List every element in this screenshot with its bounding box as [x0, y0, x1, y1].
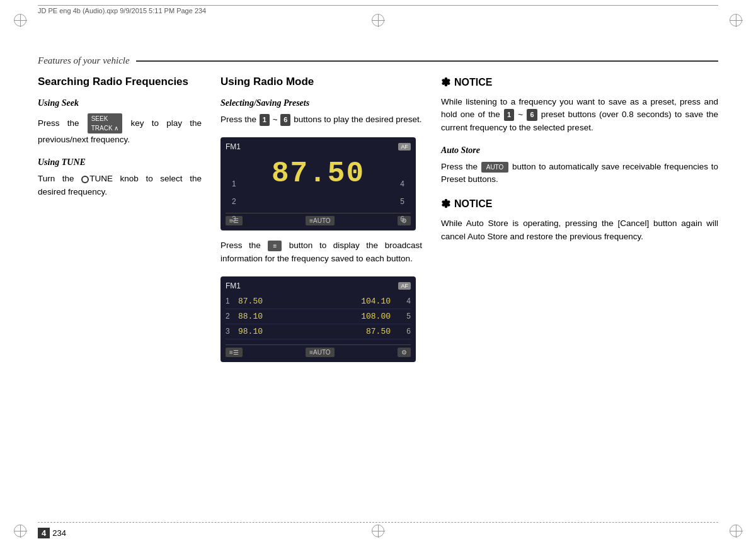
preset-row-2: 2 88.10 108.00 5: [226, 309, 411, 324]
notice2-title: NOTICE: [454, 198, 492, 210]
section-title: Features of your vehicle: [38, 55, 136, 66]
af-badge-1: AF: [398, 143, 411, 151]
preset-freq-r-1: 104.10: [314, 297, 401, 306]
preset-num-3: 3: [232, 215, 236, 224]
preset-freq-l-1: 87.50: [238, 297, 314, 306]
left-column: Searching Radio Frequencies Using Seek P…: [38, 76, 214, 513]
selecting-text: Press the 1 ~ 6 buttons to play the desi…: [220, 113, 422, 126]
notice1-btn6[interactable]: 6: [527, 109, 537, 121]
using-tune-text: Turn the TUNE knob to select the desired…: [38, 173, 202, 198]
header-bar: JD PE eng 4b (Audio).qxp 9/9/2015 5:11 P…: [38, 5, 718, 16]
radio-icon-mid[interactable]: ≡AUTO: [306, 216, 334, 225]
radio-bottom-bar-1: ≡☰ ≡AUTO ⚙: [226, 213, 411, 225]
auto-store-heading: Auto Store: [441, 145, 718, 156]
radio-right-numbers-1: 4 5 6: [400, 179, 404, 224]
preset-row-1: 1 87.50 104.10 4: [226, 294, 411, 309]
section-title-line: [136, 60, 718, 62]
notice1-title: NOTICE: [454, 77, 492, 88]
preset-num-5: 5: [400, 197, 404, 206]
selecting-text-1: Press the: [220, 115, 256, 124]
preset-num-r-3: 6: [401, 327, 411, 336]
right-column: ✽ NOTICE While listening to a frequency …: [435, 76, 718, 513]
info-display-button[interactable]: ≡: [268, 241, 282, 251]
radio-label-1: FM1: [226, 142, 241, 151]
preset-freq-r-2: 108.00: [314, 312, 401, 321]
preset-btn-6[interactable]: 6: [280, 114, 290, 126]
preset-num-r-1: 4: [401, 297, 411, 305]
page-num-box: 4: [38, 528, 50, 538]
press-info-text: Press the ≡ button to display the broadc…: [220, 239, 422, 265]
notice1-text: While listening to a frequency you want …: [441, 96, 718, 134]
radio2-icon-left[interactable]: ≡☰: [226, 348, 243, 357]
preset-num-l-1: 1: [226, 297, 238, 305]
notice2-star: ✽: [441, 197, 450, 211]
main-content: Searching Radio Frequencies Using Seek P…: [38, 76, 718, 513]
preset-freq-r-3: 87.50: [314, 327, 401, 336]
auto-store-button[interactable]: AUTO: [481, 162, 509, 173]
notice1-heading: ✽ NOTICE: [441, 76, 718, 89]
mid-heading: Using Radio Mode: [220, 76, 422, 88]
radio2-icon-right[interactable]: ⚙: [398, 348, 411, 357]
radio2-icon-mid[interactable]: ≡AUTO: [306, 348, 334, 357]
seek-text-before: Press the: [38, 118, 79, 128]
notice2-heading: ✽ NOTICE: [441, 197, 718, 211]
notice1-btn1[interactable]: 1: [504, 109, 514, 121]
radio-screen-2: FM1 AF 1 87.50 104.10 4 2 88.10 108.00 5…: [220, 276, 416, 362]
radio-bottom-bar-2: ≡☰ ≡AUTO ⚙: [226, 344, 411, 357]
radio-screen-1: FM1 AF 1 2 3 87.50 4 5 6 ≡☰ ≡AUTO ⚙: [220, 137, 416, 230]
middle-column: Using Radio Mode Selecting/Saving Preset…: [214, 76, 435, 513]
radio-main-freq-1: 87.50: [226, 157, 411, 190]
radio-top-bar-2: FM1 AF: [226, 281, 411, 290]
page-number-area: 4 234: [38, 528, 66, 538]
using-seek-heading: Using Seek: [38, 98, 202, 108]
reg-mark-top-right: [730, 14, 742, 26]
reg-mark-bottom-center: [372, 525, 384, 537]
reg-mark-top-left: [14, 14, 26, 26]
selecting-heading: Selecting/Saving Presets: [220, 98, 422, 108]
preset-btn-1[interactable]: 1: [260, 114, 270, 126]
preset-num-l-2: 2: [226, 312, 238, 321]
tune-circle-icon: [81, 176, 89, 183]
page-num-suffix: 234: [52, 528, 66, 538]
preset-freq-l-3: 98.10: [238, 327, 314, 336]
using-seek-text: Press the SEEKTRACK ∧ key to play the pr…: [38, 113, 202, 146]
radio-top-bar-1: FM1 AF: [226, 142, 411, 151]
radio-left-numbers-1: 1 2 3: [232, 179, 236, 224]
using-tune-heading: Using TUNE: [38, 157, 202, 168]
reg-mark-bottom-right: [730, 525, 742, 537]
auto-store-text-1: Press the: [441, 162, 478, 171]
preset-row-3: 3 98.10 87.50 6: [226, 324, 411, 339]
preset-num-1: 1: [232, 179, 236, 188]
reg-mark-top-center: [372, 14, 384, 26]
preset-num-4: 4: [400, 179, 404, 188]
preset-num-l-3: 3: [226, 327, 238, 336]
af-badge-2: AF: [398, 282, 411, 290]
press-info-1: Press the: [220, 241, 261, 250]
preset-list: 1 87.50 104.10 4 2 88.10 108.00 5 3 98.1…: [226, 294, 411, 339]
preset-num-r-2: 5: [401, 312, 411, 321]
selecting-text-2: buttons to play the desired preset.: [294, 115, 421, 124]
header-text: JD PE eng 4b (Audio).qxp 9/9/2015 5:11 P…: [38, 6, 718, 16]
tune-text-before: Turn the: [38, 174, 74, 183]
auto-store-text: Press the AUTO button to automatically s…: [441, 161, 718, 186]
bottom-divider: [38, 522, 718, 523]
section-title-bar: Features of your vehicle: [38, 55, 718, 66]
preset-num-2: 2: [232, 197, 236, 206]
preset-freq-l-2: 88.10: [238, 312, 314, 321]
seek-track-button[interactable]: SEEKTRACK ∧: [88, 113, 123, 133]
notice1-star: ✽: [441, 76, 450, 89]
preset-num-6: 6: [400, 215, 404, 224]
radio-label-2: FM1: [226, 281, 241, 290]
reg-mark-bottom-left: [14, 525, 26, 537]
left-heading: Searching Radio Frequencies: [38, 76, 202, 88]
notice2-text: While Auto Store is operating, pressing …: [441, 217, 718, 243]
